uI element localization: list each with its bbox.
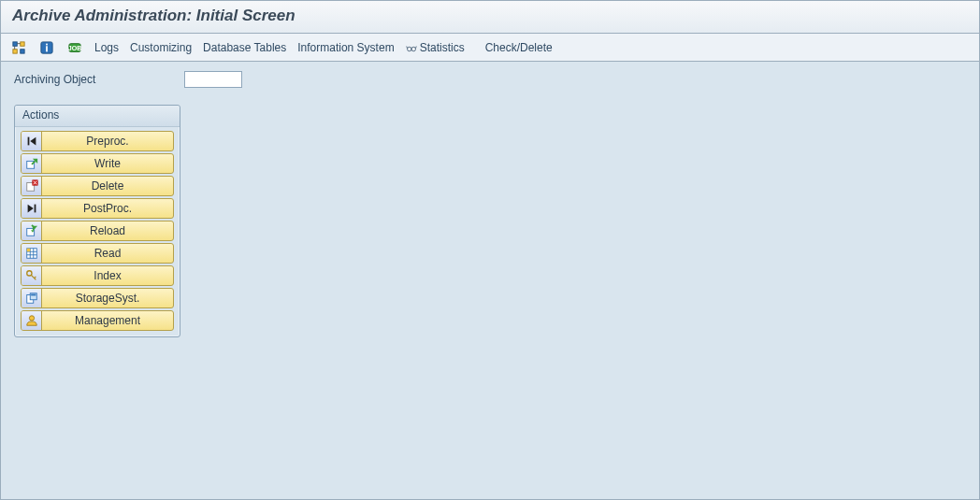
storagesyst-label: StorageSyst. [42, 292, 173, 305]
index-label: Index [42, 269, 173, 282]
write-button[interactable]: Write [21, 153, 174, 174]
management-button[interactable]: Management [21, 310, 174, 331]
index-button[interactable]: Index [21, 265, 174, 286]
svg-marker-17 [30, 137, 36, 146]
page-title: Archive Administration: Initial Screen [12, 7, 968, 25]
actions-panel-header: Actions [15, 106, 180, 127]
reload-label: Reload [42, 224, 173, 237]
application-toolbar: JOB Logs Customizing Database Tables Inf… [1, 34, 979, 62]
job-icon[interactable]: JOB [66, 39, 83, 56]
svg-point-11 [407, 47, 411, 51]
menu-database-tables[interactable]: Database Tables [203, 41, 286, 54]
postproc-label: PostProc. [42, 202, 173, 215]
menu-logs[interactable]: Logs [94, 41, 119, 54]
svg-line-29 [32, 225, 36, 229]
actions-panel: Actions Preproc. Write Delete [14, 105, 180, 337]
read-label: Read [42, 247, 173, 260]
export-icon [22, 154, 42, 173]
import-icon [22, 221, 42, 240]
preproc-button[interactable]: Preproc. [21, 131, 174, 151]
svg-text:JOB: JOB [68, 44, 81, 50]
svg-rect-16 [27, 137, 29, 146]
reload-button[interactable]: Reload [21, 221, 174, 241]
svg-rect-7 [46, 43, 48, 45]
grid-icon [22, 244, 42, 263]
actions-panel-body: Preproc. Write Delete PostProc. [15, 127, 180, 336]
hierarchy-icon[interactable] [10, 39, 27, 56]
svg-line-15 [415, 46, 416, 48]
storage-icon [22, 289, 42, 307]
skip-forward-icon [22, 199, 42, 218]
glasses-icon [406, 42, 417, 53]
preproc-label: Preproc. [42, 135, 173, 148]
read-button[interactable]: Read [21, 243, 174, 264]
menu-information-system[interactable]: Information System [297, 41, 394, 54]
management-label: Management [42, 314, 173, 327]
archiving-object-row: Archiving Object [14, 71, 966, 88]
svg-rect-36 [26, 249, 30, 252]
postproc-button[interactable]: PostProc. [21, 198, 174, 219]
svg-point-12 [411, 47, 416, 51]
write-label: Write [42, 157, 173, 170]
skip-back-icon [22, 132, 42, 150]
svg-line-14 [406, 46, 407, 48]
svg-rect-2 [13, 49, 17, 52]
delete-label: Delete [42, 179, 173, 193]
svg-rect-3 [21, 49, 24, 52]
delete-icon [22, 177, 42, 195]
svg-rect-26 [34, 205, 36, 213]
user-icon [22, 311, 42, 330]
archiving-object-input[interactable] [184, 71, 242, 88]
title-bar: Archive Administration: Initial Screen [1, 1, 979, 34]
delete-button[interactable]: Delete [21, 176, 174, 196]
svg-marker-25 [27, 205, 33, 213]
menu-check-delete[interactable]: Check/Delete [485, 41, 553, 54]
menu-customizing[interactable]: Customizing [130, 41, 192, 54]
svg-rect-42 [31, 294, 36, 296]
storagesyst-button[interactable]: StorageSyst. [21, 288, 174, 308]
menu-statistics[interactable]: Statistics [406, 41, 465, 54]
svg-point-43 [29, 316, 34, 321]
info-icon[interactable] [38, 39, 55, 56]
svg-rect-1 [21, 41, 24, 45]
svg-rect-0 [13, 41, 17, 45]
svg-rect-8 [46, 46, 48, 51]
content-area: Archiving Object Actions Preproc. Write [1, 62, 979, 347]
key-icon [22, 266, 42, 285]
menu-statistics-label: Statistics [420, 41, 465, 54]
archiving-object-label: Archiving Object [14, 73, 173, 86]
svg-line-39 [34, 277, 36, 279]
